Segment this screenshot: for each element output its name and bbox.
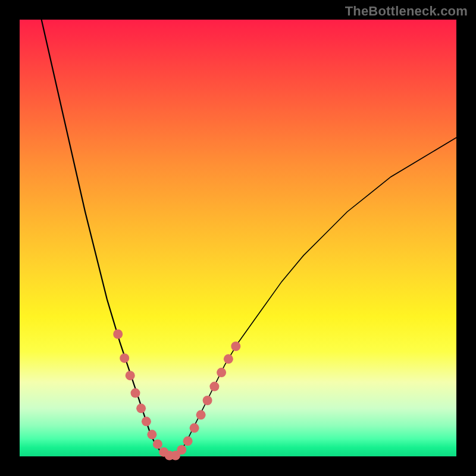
plot-area	[20, 20, 456, 456]
marker-dot	[203, 396, 212, 405]
marker-dot	[136, 403, 146, 413]
marker-dot	[147, 430, 156, 439]
marker-dots-group	[113, 330, 240, 461]
marker-dot	[231, 342, 240, 351]
bottleneck-curve-left	[42, 20, 173, 456]
marker-dot	[120, 353, 129, 363]
marker-dot	[142, 416, 151, 426]
bottleneck-curve-right	[168, 137, 456, 456]
marker-dot	[131, 389, 140, 398]
marker-dot	[190, 423, 199, 433]
marker-dot	[126, 371, 135, 380]
outer-frame: TheBottleneck.com	[0, 0, 476, 476]
marker-dot	[209, 382, 219, 392]
chart-svg	[20, 20, 456, 456]
marker-dot	[113, 330, 123, 339]
watermark-text: TheBottleneck.com	[345, 4, 468, 19]
marker-dot	[153, 439, 162, 449]
marker-dot	[196, 410, 206, 419]
marker-dot	[177, 445, 186, 455]
marker-dot	[224, 354, 233, 364]
marker-dot	[217, 368, 226, 377]
marker-dot	[183, 436, 193, 446]
